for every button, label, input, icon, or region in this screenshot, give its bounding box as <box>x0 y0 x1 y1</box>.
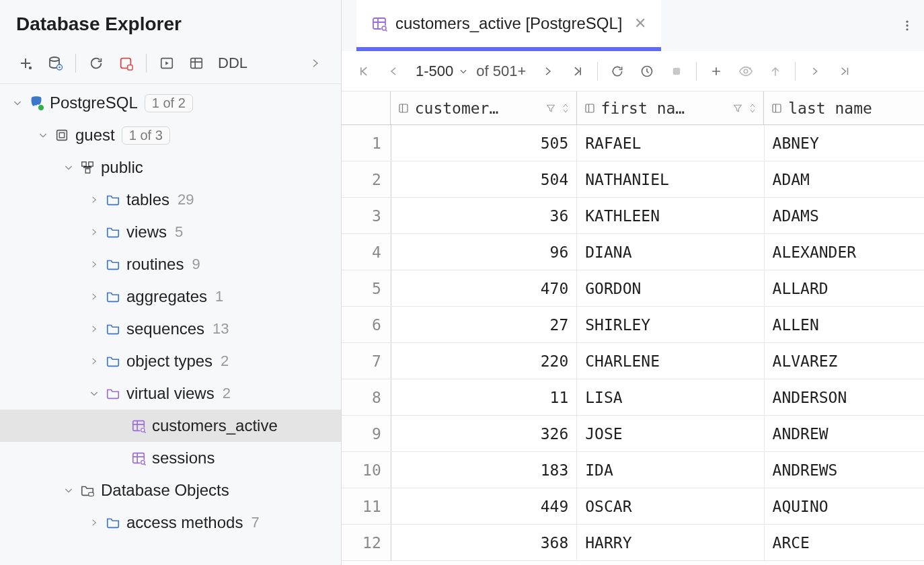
cell-last-name[interactable]: ALLEN <box>765 307 924 342</box>
column-header-first-name[interactable]: first_na… <box>577 91 765 124</box>
cell-last-name[interactable]: ALEXANDER <box>765 234 924 270</box>
stop-query-button[interactable] <box>662 57 691 85</box>
cell-customer-id[interactable]: 183 <box>391 452 577 488</box>
stop-button[interactable] <box>112 50 139 77</box>
cell-last-name[interactable]: ABNEY <box>765 125 924 161</box>
table-row[interactable]: 12368HARRYARCE <box>342 525 924 561</box>
last-page-button[interactable] <box>564 57 592 85</box>
first-page-button[interactable] <box>350 57 378 85</box>
cell-last-name[interactable]: ALVAREZ <box>765 343 924 379</box>
cell-last-name[interactable]: ANDREWS <box>765 452 924 488</box>
cell-last-name[interactable]: ARCE <box>765 525 924 560</box>
row-number-header[interactable] <box>342 91 391 124</box>
tree-item-routines[interactable]: routines 9 <box>0 248 341 280</box>
cell-first-name[interactable]: GORDON <box>577 270 764 306</box>
cell-customer-id[interactable]: 220 <box>391 343 577 379</box>
tree-item-aggregates[interactable]: aggregates 1 <box>0 280 341 313</box>
filter-icon[interactable] <box>545 103 556 114</box>
cell-customer-id[interactable]: 11 <box>391 379 577 415</box>
table-view-button[interactable] <box>183 50 210 77</box>
scroll-right-button[interactable] <box>801 57 829 85</box>
folder-icon <box>104 354 122 369</box>
table-row[interactable]: 2504NATHANIELADAM <box>342 161 924 198</box>
history-button[interactable] <box>633 57 661 85</box>
add-button[interactable] <box>12 50 39 77</box>
cell-customer-id[interactable]: 368 <box>391 525 577 560</box>
tab-customers-active[interactable]: customers_active [PostgreSQL] ✕ <box>356 0 661 51</box>
filter-icon[interactable] <box>732 103 743 114</box>
tree-item-database-objects[interactable]: Database Objects <box>0 474 341 506</box>
cell-first-name[interactable]: IDA <box>577 452 764 488</box>
cell-customer-id[interactable]: 96 <box>391 234 577 270</box>
tree-item-virtual-views[interactable]: virtual views 2 <box>0 377 341 410</box>
console-button[interactable] <box>153 50 180 77</box>
submit-button[interactable] <box>732 57 760 85</box>
page-range-selector[interactable]: 1-500 of 501+ <box>409 63 533 80</box>
table-row[interactable]: 9326JOSEANDREW <box>342 416 924 452</box>
tree-item-access-methods[interactable]: access methods 7 <box>0 506 341 539</box>
refresh-button[interactable] <box>83 50 110 77</box>
tab-more-button[interactable] <box>890 19 924 32</box>
cell-first-name[interactable]: KATHLEEN <box>577 198 764 233</box>
scroll-end-button[interactable] <box>831 57 859 85</box>
database-settings-button[interactable] <box>42 50 69 77</box>
tree-item-postgresql[interactable]: PostgreSQL 1 of 2 <box>0 87 341 119</box>
cell-first-name[interactable]: NATHANIEL <box>577 161 764 197</box>
cell-first-name[interactable]: RAFAEL <box>577 125 764 161</box>
sidebar-title: Database Explorer <box>0 0 341 43</box>
table-row[interactable]: 336KATHLEENADAMS <box>342 198 924 234</box>
cell-customer-id[interactable]: 27 <box>391 307 577 342</box>
tree-item-guest[interactable]: guest 1 of 3 <box>0 119 341 151</box>
cell-first-name[interactable]: OSCAR <box>577 488 764 524</box>
cell-last-name[interactable]: ADAMS <box>765 198 924 233</box>
cell-first-name[interactable]: CHARLENE <box>577 343 764 379</box>
revert-button[interactable] <box>761 57 790 85</box>
close-tab-button[interactable]: ✕ <box>634 15 646 32</box>
table-row[interactable]: 10183IDAANDREWS <box>342 452 924 488</box>
cell-customer-id[interactable]: 449 <box>391 488 577 524</box>
cell-customer-id[interactable]: 504 <box>391 161 577 197</box>
tree-label: customers_active <box>152 416 278 435</box>
reload-button[interactable] <box>603 57 631 85</box>
cell-last-name[interactable]: AQUINO <box>765 488 924 524</box>
cell-customer-id[interactable]: 470 <box>391 270 577 306</box>
tree-item-customers-active[interactable]: customers_active <box>0 410 341 442</box>
cell-customer-id[interactable]: 505 <box>391 125 577 161</box>
tree-item-sessions[interactable]: sessions <box>0 442 341 474</box>
cell-last-name[interactable]: ALLARD <box>765 270 924 306</box>
ddl-button[interactable]: DDL <box>213 54 253 72</box>
table-row[interactable]: 811LISAANDERSON <box>342 379 924 416</box>
svg-rect-10 <box>59 133 64 137</box>
tree-label: views <box>126 223 167 241</box>
cell-first-name[interactable]: JOSE <box>577 416 764 451</box>
tree-item-public[interactable]: public <box>0 151 341 184</box>
cell-first-name[interactable]: SHIRLEY <box>577 307 764 342</box>
table-row[interactable]: 496DIANAALEXANDER <box>342 234 924 270</box>
cell-first-name[interactable]: DIANA <box>577 234 764 270</box>
sort-icon[interactable] <box>562 103 570 114</box>
cell-first-name[interactable]: HARRY <box>577 525 764 560</box>
cell-first-name[interactable]: LISA <box>577 379 764 415</box>
cell-last-name[interactable]: ADAM <box>765 161 924 197</box>
tree-item-views[interactable]: views 5 <box>0 216 341 248</box>
add-row-button[interactable] <box>702 57 730 85</box>
tree-item-sequences[interactable]: sequences 13 <box>0 313 341 345</box>
prev-page-button[interactable] <box>379 57 408 85</box>
table-row[interactable]: 627SHIRLEYALLEN <box>342 307 924 343</box>
table-row[interactable]: 7220CHARLENEALVAREZ <box>342 343 924 379</box>
table-row[interactable]: 11449OSCARAQUINO <box>342 488 924 525</box>
cell-last-name[interactable]: ANDREW <box>765 416 924 451</box>
cell-last-name[interactable]: ANDERSON <box>765 379 924 415</box>
cell-customer-id[interactable]: 326 <box>391 416 577 451</box>
table-row[interactable]: 5470GORDONALLARD <box>342 270 924 307</box>
tree-count: 2 <box>221 352 229 370</box>
column-header-last-name[interactable]: last_name <box>764 91 924 124</box>
tree-item-tables[interactable]: tables 29 <box>0 184 341 216</box>
cell-customer-id[interactable]: 36 <box>391 198 577 233</box>
sort-icon[interactable] <box>748 103 757 114</box>
next-page-button[interactable] <box>534 57 562 85</box>
tree-item-object-types[interactable]: object types 2 <box>0 345 341 377</box>
table-row[interactable]: 1505RAFAELABNEY <box>342 125 924 161</box>
column-header-customer-id[interactable]: customer… <box>391 91 577 124</box>
more-tools-button[interactable] <box>302 50 329 77</box>
